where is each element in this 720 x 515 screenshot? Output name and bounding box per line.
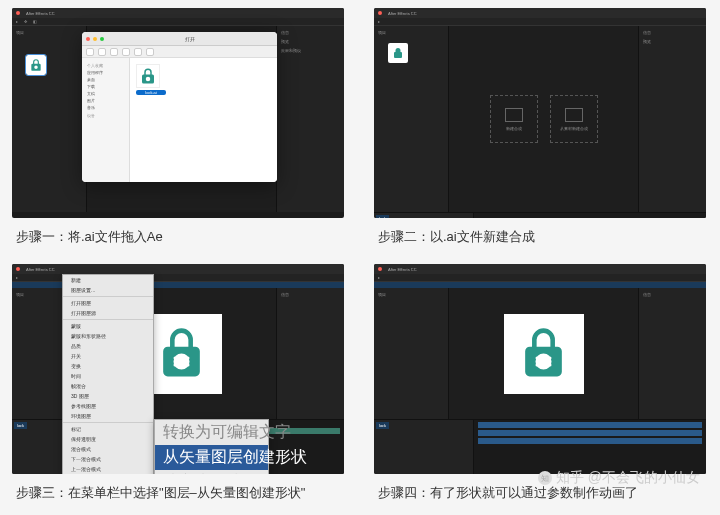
- app-name: After Effects CC: [388, 11, 417, 16]
- project-tab: 项目: [378, 30, 444, 35]
- app-name: After Effects CC: [388, 267, 417, 272]
- project-tab: 项目: [378, 292, 444, 297]
- tool-icon: ▸: [16, 19, 18, 24]
- menu-item[interactable]: 环境图层: [63, 411, 153, 421]
- sidebar-item[interactable]: 图片: [85, 97, 126, 104]
- menu-item[interactable]: 时间: [63, 371, 153, 381]
- svg-point-5: [173, 363, 176, 366]
- close-icon[interactable]: [86, 37, 90, 41]
- menu-item[interactable]: 下一混合模式: [63, 454, 153, 464]
- timeline-shape-layer[interactable]: [478, 438, 702, 444]
- close-icon: [378, 267, 382, 271]
- project-panel: 项目: [12, 26, 87, 212]
- timeline-tab[interactable]: lock: [376, 422, 389, 429]
- timeline-tab[interactable]: lock: [376, 215, 389, 218]
- view-icon[interactable]: [134, 48, 142, 56]
- sidebar-item[interactable]: 下载: [85, 83, 126, 90]
- minimize-icon[interactable]: [93, 37, 97, 41]
- step-1: After Effects CC ▸ ✥ ◧ 项目: [12, 8, 346, 246]
- view-icon[interactable]: [110, 48, 118, 56]
- menu-item[interactable]: 变换: [63, 361, 153, 371]
- svg-point-8: [535, 356, 538, 359]
- svg-point-3: [173, 356, 176, 359]
- step-3: After Effects CC ▸ 项目 信息 lock: [12, 264, 346, 502]
- finder-title: 打开: [107, 36, 273, 42]
- menu-item[interactable]: 3D 图层: [63, 391, 153, 401]
- menu-item[interactable]: 图层设置...: [63, 285, 153, 295]
- screenshot-2: After Effects CC ▸ 项目: [374, 8, 706, 218]
- menu-item[interactable]: 打开图层源: [63, 308, 153, 318]
- project-item-thumbnail[interactable]: [388, 43, 408, 63]
- sidebar-item[interactable]: 桌面: [85, 76, 126, 83]
- screenshot-3: After Effects CC ▸ 项目 信息 lock: [12, 264, 344, 474]
- sidebar-heading: 设备: [85, 111, 126, 119]
- preview-tab: 预览: [643, 39, 702, 44]
- step-4: After Effects CC ▸ 项目 信息 lock: [374, 264, 708, 502]
- back-button[interactable]: [86, 48, 94, 56]
- menu-item[interactable]: 帧混合: [63, 381, 153, 391]
- finder-toolbar: [82, 46, 277, 58]
- new-comp-button[interactable]: 新建合成: [490, 95, 538, 143]
- finder-sidebar: 个人收藏 应用程序 桌面 下载 文稿 图片 音乐 设备: [82, 58, 130, 182]
- finder-dialog: 打开 个人收藏 应用程序 桌面 下载 文稿: [82, 32, 277, 182]
- step-caption: 步骤二：以.ai文件新建合成: [374, 228, 708, 246]
- step-caption: 步骤三：在菜单栏中选择"图层–从矢量图创建形状": [12, 484, 346, 502]
- tool-icon: ▸: [378, 19, 380, 24]
- close-icon: [378, 11, 382, 15]
- comp-from-footage-button[interactable]: 从素材新建合成: [550, 95, 598, 143]
- close-icon: [16, 11, 20, 15]
- zoom-icon[interactable]: [100, 37, 104, 41]
- sidebar-heading: 个人收藏: [85, 61, 126, 69]
- layer-submenu: 转换为可编辑文字 从矢量图层创建形状 从文本创建形状 从文本创建蒙版 自动追踪.…: [154, 419, 269, 474]
- sidebar-item[interactable]: 应用程序: [85, 69, 126, 76]
- menu-item[interactable]: 保持透明度: [63, 434, 153, 444]
- step-caption: 步骤四：有了形状就可以通过参数制作动画了: [374, 484, 708, 502]
- tool-icon: ✥: [24, 19, 27, 24]
- sidebar-item[interactable]: 音乐: [85, 104, 126, 111]
- film-icon: [565, 108, 583, 122]
- timeline-tab[interactable]: lock: [14, 422, 27, 429]
- drop-label: 新建合成: [506, 126, 522, 131]
- info-tab: 信息: [643, 30, 702, 35]
- menu-item[interactable]: 打开图层: [63, 298, 153, 308]
- app-name: After Effects CC: [26, 267, 55, 272]
- menu-item[interactable]: 上一混合模式: [63, 464, 153, 474]
- menu-item-disabled: 转换为可编辑文字: [155, 420, 268, 445]
- share-icon[interactable]: [146, 48, 154, 56]
- svg-point-7: [540, 358, 547, 365]
- timeline-shape-layer[interactable]: [478, 422, 702, 428]
- menu-item[interactable]: 新建: [63, 275, 153, 285]
- menu-item[interactable]: 开关: [63, 351, 153, 361]
- finder-file-area[interactable]: lock.ai: [130, 58, 277, 182]
- menu-item[interactable]: 参考线图层: [63, 401, 153, 411]
- step-caption: 步骤一：将.ai文件拖入Ae: [12, 228, 346, 246]
- composition-canvas: [504, 314, 584, 394]
- menu-item-create-shapes[interactable]: 从矢量图层创建形状: [155, 445, 268, 470]
- menu-item[interactable]: 品质: [63, 341, 153, 351]
- menu-item[interactable]: 标记: [63, 424, 153, 434]
- sidebar-item[interactable]: 文稿: [85, 90, 126, 97]
- menu-item[interactable]: 蒙版: [63, 321, 153, 331]
- info-tab: 信息: [281, 292, 340, 297]
- info-tab: 信息: [281, 30, 340, 35]
- svg-point-4: [186, 356, 189, 359]
- menu-item[interactable]: 蒙版和形状路径: [63, 331, 153, 341]
- menu-item[interactable]: 混合模式: [63, 444, 153, 454]
- timeline-shape-layer[interactable]: [478, 430, 702, 436]
- macos-menubar: After Effects CC: [12, 8, 344, 18]
- ae-toolbar: ▸ ✥ ◧: [12, 18, 344, 26]
- svg-point-9: [548, 356, 551, 359]
- svg-point-2: [178, 358, 185, 365]
- tool-icon: ◧: [33, 19, 37, 24]
- svg-point-0: [35, 67, 36, 68]
- effects-tab: 效果和预设: [281, 48, 340, 53]
- project-item-thumbnail[interactable]: [26, 55, 46, 75]
- svg-point-1: [147, 78, 149, 80]
- forward-button[interactable]: [98, 48, 106, 56]
- preview-tab: 预览: [281, 39, 340, 44]
- view-icon[interactable]: [122, 48, 130, 56]
- svg-point-6: [186, 363, 189, 366]
- file-item[interactable]: lock.ai: [136, 64, 271, 95]
- right-panels: 信息 预览 效果和预设: [276, 26, 344, 212]
- tool-icon: ▸: [16, 275, 18, 280]
